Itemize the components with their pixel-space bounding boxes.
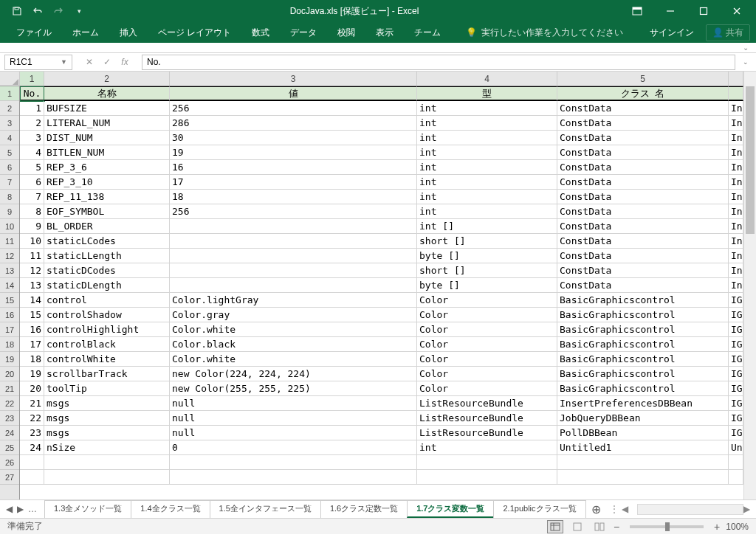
data-cell[interactable]: new Color(224, 224, 224) — [170, 367, 417, 381]
data-cell[interactable]: 9 — [20, 219, 44, 234]
data-cell[interactable]: 12 — [20, 263, 44, 278]
data-cell[interactable]: Color — [417, 337, 557, 352]
tab-view[interactable]: 表示 — [365, 22, 404, 43]
header-cell[interactable] — [729, 86, 743, 101]
header-cell[interactable]: クラス 名 — [557, 86, 729, 101]
page-layout-view-button[interactable] — [569, 520, 585, 533]
row-header[interactable]: 21 — [0, 381, 19, 396]
data-cell[interactable]: msgs — [44, 396, 170, 411]
data-cell[interactable]: Un — [729, 440, 743, 455]
data-cell[interactable]: Color — [417, 352, 557, 367]
signin-link[interactable]: サインイン — [650, 27, 694, 39]
zoom-level[interactable]: 100% — [726, 522, 749, 532]
row-header[interactable]: 16 — [0, 308, 19, 322]
tab-formulas[interactable]: 数式 — [241, 22, 280, 43]
save-button[interactable] — [7, 2, 27, 20]
row-header[interactable]: 14 — [0, 278, 19, 293]
data-cell[interactable]: byte [] — [417, 278, 557, 293]
minimize-button[interactable] — [653, 0, 687, 22]
data-cell[interactable]: ConstData — [557, 278, 729, 293]
tab-data[interactable]: データ — [280, 22, 327, 43]
row-header[interactable]: 19 — [0, 352, 19, 367]
header-cell[interactable]: No. — [20, 86, 44, 101]
data-cell[interactable]: In — [729, 263, 743, 278]
name-box[interactable]: R1C1 ▼ — [4, 55, 72, 70]
data-cell[interactable]: controlShadow — [44, 308, 170, 322]
data-cell[interactable]: 17 — [170, 175, 417, 190]
data-cell[interactable]: In — [729, 190, 743, 204]
data-cell[interactable]: 2 — [20, 116, 44, 131]
row-header[interactable]: 8 — [0, 190, 19, 204]
data-cell[interactable]: int — [417, 175, 557, 190]
data-cell[interactable]: IG — [729, 293, 743, 308]
data-cell[interactable]: int — [417, 190, 557, 204]
data-cell[interactable]: Color — [417, 367, 557, 381]
hscroll-right[interactable]: ▶ — [743, 504, 750, 514]
data-cell[interactable]: scrollbarTrack — [44, 367, 170, 381]
empty-cell[interactable] — [44, 470, 170, 485]
data-cell[interactable]: In — [729, 101, 743, 116]
column-header[interactable]: 2 — [44, 72, 170, 86]
data-cell[interactable]: ConstData — [557, 204, 729, 219]
share-button[interactable]: 👤 共有 — [706, 24, 750, 41]
data-cell[interactable]: ListResourceBundle — [417, 426, 557, 440]
data-cell[interactable]: PollDBBean — [557, 426, 729, 440]
data-cell[interactable]: short [] — [417, 263, 557, 278]
sheet-tab[interactable]: 1.6クラス定数一覧 — [320, 500, 408, 518]
empty-cell[interactable] — [417, 470, 557, 485]
data-cell[interactable]: Color.white — [170, 352, 417, 367]
data-cell[interactable]: staticLCodes — [44, 234, 170, 249]
data-cell[interactable]: Color — [417, 322, 557, 337]
insert-function-button[interactable]: fx — [117, 55, 133, 69]
row-header[interactable]: 25 — [0, 440, 19, 455]
data-cell[interactable]: int — [417, 101, 557, 116]
data-cell[interactable]: Color.white — [170, 322, 417, 337]
data-cell[interactable]: short [] — [417, 234, 557, 249]
data-cell[interactable]: JobQueryDBBean — [557, 411, 729, 426]
row-header[interactable]: 22 — [0, 396, 19, 411]
enter-formula-button[interactable]: ✓ — [99, 55, 115, 69]
row-header[interactable]: 23 — [0, 411, 19, 426]
data-cell[interactable]: toolTip — [44, 381, 170, 396]
data-cell[interactable]: null — [170, 396, 417, 411]
data-cell[interactable]: IG — [729, 367, 743, 381]
data-cell[interactable]: In — [729, 116, 743, 131]
row-header[interactable]: 20 — [0, 367, 19, 381]
row-header[interactable]: 13 — [0, 263, 19, 278]
data-cell[interactable]: ConstData — [557, 234, 729, 249]
data-cell[interactable]: In — [729, 204, 743, 219]
row-header[interactable]: 10 — [0, 219, 19, 234]
data-cell[interactable]: 17 — [20, 337, 44, 352]
column-header[interactable]: 5 — [557, 72, 729, 86]
data-cell[interactable]: 256 — [170, 204, 417, 219]
data-cell[interactable]: ConstData — [557, 131, 729, 145]
data-cell[interactable]: IG — [729, 322, 743, 337]
data-cell[interactable]: IG — [729, 337, 743, 352]
sheet-tab[interactable]: 1.7クラス変数一覧 — [407, 500, 494, 518]
tell-me[interactable]: 💡 実行したい作業を入力してください — [466, 27, 623, 39]
column-header[interactable]: 4 — [417, 72, 557, 86]
data-cell[interactable]: 7 — [20, 190, 44, 204]
row-header[interactable]: 17 — [0, 322, 19, 337]
data-cell[interactable]: 6 — [20, 175, 44, 190]
data-cell[interactable]: ConstData — [557, 249, 729, 263]
data-cell[interactable]: Color — [417, 308, 557, 322]
sheet-tab[interactable]: 2.1publicクラス一覧 — [493, 500, 585, 518]
data-cell[interactable]: ConstData — [557, 175, 729, 190]
row-header[interactable]: 1 — [0, 86, 19, 101]
data-cell[interactable]: BasicGraphicscontrol — [557, 293, 729, 308]
data-cell[interactable]: Untitled1 — [557, 440, 729, 455]
chevron-down-icon[interactable]: ▼ — [61, 58, 67, 66]
empty-cell[interactable] — [557, 470, 729, 485]
data-cell[interactable]: 14 — [20, 293, 44, 308]
data-cell[interactable]: BUFSIZE — [44, 101, 170, 116]
data-cell[interactable]: BasicGraphicscontrol — [557, 322, 729, 337]
data-cell[interactable]: IG — [729, 308, 743, 322]
data-cell[interactable]: 19 — [20, 367, 44, 381]
page-break-view-button[interactable] — [591, 520, 608, 533]
data-cell[interactable]: In — [729, 219, 743, 234]
header-cell[interactable]: 型 — [417, 86, 557, 101]
data-cell[interactable]: Color — [417, 293, 557, 308]
data-cell[interactable]: IG — [729, 411, 743, 426]
expand-formula-bar[interactable]: ⌄ — [740, 58, 752, 66]
